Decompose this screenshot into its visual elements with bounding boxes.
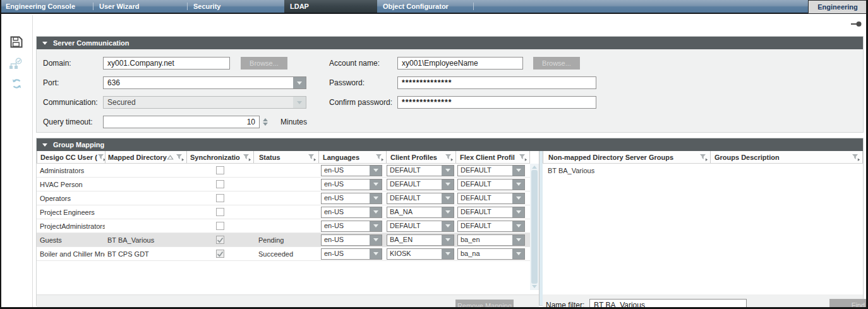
- query-timeout-spinner[interactable]: [261, 116, 269, 128]
- query-timeout-input[interactable]: [103, 116, 260, 128]
- flex-client-profile-select-dropdown-button[interactable]: [512, 179, 524, 190]
- filter-icon[interactable]: [852, 154, 860, 161]
- domain-browse-button[interactable]: Browse...: [241, 57, 287, 70]
- sync-checkbox[interactable]: [216, 180, 224, 188]
- name-filter-input[interactable]: [589, 299, 747, 309]
- filter-icon[interactable]: [519, 154, 527, 161]
- table-row[interactable]: HVAC Personen-USDEFAULTDEFAULT: [37, 178, 530, 191]
- flex-client-profile-select[interactable]: DEFAULT: [457, 193, 525, 204]
- engineering-mode-button[interactable]: Engineering: [808, 0, 867, 14]
- client-profile-select-dropdown-button[interactable]: [442, 193, 454, 203]
- flex-client-profile-select-dropdown-button[interactable]: [512, 221, 524, 231]
- column-header-groups-description[interactable]: Groups Description: [710, 151, 863, 163]
- language-select-dropdown-button[interactable]: [370, 207, 382, 217]
- sync-checkbox[interactable]: [216, 222, 224, 230]
- client-profile-select-dropdown-button[interactable]: [442, 166, 454, 176]
- server-communication-header[interactable]: Server Communication: [37, 37, 863, 49]
- language-select-dropdown-button[interactable]: [370, 166, 382, 176]
- table-row[interactable]: GuestsBT BA_VariousPendingen-USBA_ENba_e…: [37, 233, 530, 247]
- account-browse-button[interactable]: Browse...: [533, 57, 580, 70]
- column-header-client-profiles[interactable]: Client Profiles: [386, 151, 455, 163]
- language-select[interactable]: en-US: [321, 221, 382, 232]
- column-header-languages[interactable]: Languages: [318, 151, 386, 163]
- language-select[interactable]: en-US: [321, 179, 382, 190]
- password-input[interactable]: [397, 76, 596, 89]
- client-profile-select[interactable]: BA_EN: [387, 234, 454, 246]
- port-combobox[interactable]: [103, 76, 306, 89]
- filter-icon[interactable]: [375, 154, 384, 161]
- language-select-dropdown-button[interactable]: [370, 235, 382, 245]
- sync-checkbox[interactable]: [216, 208, 224, 216]
- validate-connection-button[interactable]: [8, 57, 25, 72]
- column-header-synchronization[interactable]: Synchronizatio: [186, 151, 253, 163]
- filter-icon[interactable]: [699, 154, 708, 161]
- client-profile-select-dropdown-button[interactable]: [442, 179, 454, 190]
- tab-security[interactable]: Security: [188, 0, 284, 13]
- domain-input[interactable]: [103, 57, 230, 70]
- flex-client-profile-select[interactable]: DEFAULT: [457, 207, 525, 218]
- table-row[interactable]: Administratorsen-USDEFAULTDEFAULT: [37, 164, 530, 178]
- table-row[interactable]: BT BA_Various: [543, 164, 863, 178]
- table-row[interactable]: Project Engineersen-USBA_NADEFAULT: [37, 205, 530, 219]
- language-select[interactable]: en-US: [321, 165, 382, 176]
- scroll-up-icon[interactable]: [532, 166, 537, 169]
- client-profile-select-dropdown-button[interactable]: [442, 221, 454, 231]
- client-profile-select[interactable]: DEFAULT: [387, 193, 454, 204]
- flex-client-profile-select[interactable]: ba_na: [457, 248, 525, 260]
- tab-ldap[interactable]: LDAP: [284, 0, 377, 13]
- client-profile-select-dropdown-button[interactable]: [442, 249, 454, 259]
- flex-client-profile-select-dropdown-button[interactable]: [512, 193, 524, 203]
- filter-icon[interactable]: [97, 154, 105, 161]
- client-profile-select-dropdown-button[interactable]: [442, 235, 454, 245]
- client-profile-select[interactable]: DEFAULT: [387, 221, 454, 232]
- language-select[interactable]: en-US: [321, 234, 382, 246]
- column-header-mapped-directory[interactable]: Mapped Directory: [105, 151, 186, 163]
- sync-checkbox[interactable]: [216, 194, 224, 202]
- scroll-down-icon[interactable]: [532, 285, 537, 288]
- table-row[interactable]: Boiler and Chiller MngBT CPS GDTSucceede…: [37, 247, 530, 261]
- pin-icon[interactable]: [851, 18, 862, 30]
- language-select-dropdown-button[interactable]: [370, 193, 382, 203]
- language-select[interactable]: en-US: [321, 193, 382, 204]
- client-profile-select-dropdown-button[interactable]: [442, 207, 454, 217]
- save-button[interactable]: [8, 35, 25, 51]
- client-profile-select[interactable]: DEFAULT: [387, 165, 454, 176]
- flex-client-profile-select[interactable]: DEFAULT: [457, 165, 525, 176]
- port-input[interactable]: [104, 77, 293, 88]
- language-select[interactable]: en-US: [321, 207, 382, 218]
- filter-icon[interactable]: [176, 154, 184, 161]
- language-select-dropdown-button[interactable]: [370, 221, 382, 231]
- flex-client-profile-select[interactable]: DEFAULT: [457, 221, 525, 232]
- tab-user-wizard[interactable]: User Wizard: [93, 0, 187, 13]
- flex-client-profile-select[interactable]: ba_en: [457, 234, 525, 246]
- column-header-status[interactable]: Status: [253, 151, 318, 163]
- language-select-dropdown-button[interactable]: [370, 249, 382, 259]
- confirm-password-input[interactable]: [397, 96, 596, 109]
- flex-client-profile-select-dropdown-button[interactable]: [512, 249, 524, 259]
- sync-checkbox[interactable]: [216, 166, 224, 174]
- client-profile-select[interactable]: BA_NA: [387, 207, 454, 218]
- filter-icon[interactable]: [243, 154, 251, 161]
- account-name-input[interactable]: [397, 57, 523, 70]
- remove-mapping-button[interactable]: Remove Mapping: [455, 300, 514, 309]
- client-profile-select[interactable]: DEFAULT: [387, 179, 454, 190]
- port-dropdown-button[interactable]: [293, 77, 306, 88]
- group-mapping-header[interactable]: Group Mapping: [37, 138, 863, 151]
- table-row[interactable]: Operatorsen-USDEFAULTDEFAULT: [37, 191, 530, 205]
- flex-client-profile-select-dropdown-button[interactable]: [512, 166, 524, 176]
- language-select-dropdown-button[interactable]: [370, 179, 382, 190]
- flex-client-profile-select-dropdown-button[interactable]: [512, 207, 524, 217]
- column-header-flex-client-profile[interactable]: Flex Client Profil: [455, 151, 530, 163]
- filter-icon[interactable]: [445, 154, 454, 161]
- table-row[interactable]: ProjectAdministratorsen-USDEFAULTDEFAULT: [37, 219, 530, 233]
- language-select[interactable]: en-US: [321, 248, 382, 260]
- find-button[interactable]: Find...: [829, 299, 868, 309]
- client-profile-select[interactable]: KIOSK: [387, 248, 454, 260]
- column-header-desigo-user[interactable]: Desigo CC User (: [37, 151, 105, 163]
- column-header-non-mapped-groups[interactable]: Non-mapped Directory Server Groups: [543, 151, 710, 163]
- refresh-button[interactable]: [8, 77, 25, 92]
- sync-checkbox[interactable]: [216, 236, 224, 244]
- filter-icon[interactable]: [308, 154, 316, 161]
- tab-engineering-console[interactable]: Engineering Console: [0, 0, 93, 13]
- flex-client-profile-select[interactable]: DEFAULT: [457, 179, 525, 190]
